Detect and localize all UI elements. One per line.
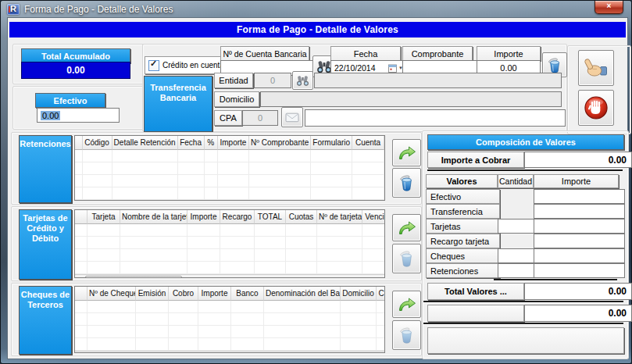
grid-cell[interactable] (286, 262, 317, 274)
grid-empty-row[interactable] (75, 338, 385, 351)
col-header[interactable]: Importe (187, 210, 220, 224)
grid-cell[interactable] (255, 249, 286, 262)
col-header[interactable]: Recargo (220, 210, 255, 224)
cheques-grid[interactable]: Nº de Cheque Emisión Cobro Importe Banco… (74, 286, 385, 353)
tarjetas-abrir-button[interactable] (392, 214, 421, 241)
cpa-mail-button[interactable] (281, 107, 303, 127)
grid-cell[interactable] (75, 249, 87, 262)
grid-cell[interactable] (178, 187, 205, 200)
grid-cell[interactable] (87, 326, 136, 338)
scroll-left-icon[interactable]: ◄ (76, 352, 84, 353)
col-header[interactable]: Formulario (311, 136, 352, 150)
grid-cell[interactable] (198, 313, 231, 326)
grid-empty-row[interactable] (75, 301, 385, 313)
grid-cell[interactable] (377, 313, 385, 326)
grid-cell[interactable] (87, 313, 136, 326)
col-header[interactable]: Detalle Retención (112, 136, 178, 150)
col-header[interactable]: TOTAL (255, 210, 286, 224)
valores-row-importe-input[interactable] (534, 189, 625, 204)
grid-cell[interactable] (83, 187, 112, 200)
grid-cell[interactable] (218, 187, 249, 200)
grid-cell[interactable] (187, 237, 220, 249)
grid-cell[interactable] (317, 249, 362, 262)
valores-row-label[interactable]: Cheques (426, 248, 500, 263)
horizontal-scrollbar[interactable]: ◄ ► (75, 274, 384, 278)
grid-cell[interactable] (75, 326, 87, 338)
grid-cell[interactable] (352, 175, 384, 187)
grid-cell[interactable] (231, 326, 264, 338)
grid-cell[interactable] (311, 175, 352, 187)
grid-cell[interactable] (75, 162, 83, 175)
grid-cell[interactable] (255, 237, 286, 249)
grid-cell[interactable] (87, 301, 136, 313)
col-header[interactable]: Nº de tarjeta (317, 210, 362, 224)
grid-cell[interactable] (178, 162, 205, 175)
col-header[interactable]: Tarjeta (87, 210, 120, 224)
valores-row-label[interactable]: Transferencia (426, 204, 500, 219)
grid-cell[interactable] (317, 262, 362, 274)
col-header[interactable]: Nº Comprobante (249, 136, 311, 150)
efectivo-input[interactable]: 0.00 (37, 108, 120, 123)
scroll-right-icon[interactable]: ► (375, 275, 384, 278)
grid-cell[interactable] (231, 301, 264, 313)
grid-cell[interactable] (286, 224, 317, 237)
col-header[interactable]: Fecha (178, 136, 205, 150)
grid-cell[interactable] (249, 162, 311, 175)
grid-cell[interactable] (255, 224, 286, 237)
valores-row-importe-input[interactable] (534, 263, 625, 278)
col-header[interactable]: Emisión (136, 287, 169, 301)
grid-cell[interactable] (218, 175, 249, 187)
col-header[interactable]: Cobro (169, 287, 198, 301)
grid-cell[interactable] (169, 338, 198, 351)
cpa-detalle-input[interactable] (305, 109, 566, 127)
date-picker-button[interactable]: ▼ (388, 64, 403, 73)
salir-button[interactable] (578, 90, 614, 126)
grid-cell[interactable] (83, 175, 112, 187)
grid-cell[interactable] (362, 262, 385, 274)
grid-cell[interactable] (136, 313, 169, 326)
col-header[interactable]: Código (83, 136, 112, 150)
grid-cell[interactable] (75, 301, 87, 313)
grid-cell[interactable] (220, 237, 255, 249)
tarjetas-grid[interactable]: Tarjeta Nombre de la tarjeta Importe Rec… (74, 209, 385, 278)
retenciones-grid[interactable]: Código Detalle Retención Fecha % Importe… (74, 135, 385, 201)
grid-cell[interactable] (75, 338, 87, 351)
col-header[interactable]: Domicilio (341, 287, 377, 301)
col-header[interactable]: C.Postal (377, 287, 385, 301)
grid-cell[interactable] (311, 187, 352, 200)
grid-empty-row[interactable] (75, 224, 385, 237)
grid-cell[interactable] (264, 301, 341, 313)
col-header[interactable]: Cuotas (286, 210, 317, 224)
grid-cell[interactable] (220, 224, 255, 237)
grid-cell[interactable] (75, 224, 87, 237)
grid-cell[interactable] (341, 326, 377, 338)
col-header[interactable]: Nº de Cheque (87, 287, 136, 301)
valores-row-importe-input[interactable] (534, 204, 625, 219)
grid-cell[interactable] (362, 237, 385, 249)
grid-cell[interactable] (264, 338, 341, 351)
tarjetas-borrar-button[interactable] (392, 244, 421, 273)
buscar-entidad-button[interactable] (292, 71, 313, 90)
grid-cell[interactable] (169, 326, 198, 338)
scroll-left-icon[interactable]: ◄ (76, 275, 84, 278)
grid-empty-row[interactable] (75, 187, 384, 200)
grid-cell[interactable] (377, 326, 385, 338)
grid-cell[interactable] (249, 150, 311, 162)
grid-cell[interactable] (112, 187, 178, 200)
grid-cell[interactable] (205, 175, 218, 187)
grid-cell[interactable] (136, 338, 169, 351)
horizontal-scrollbar[interactable]: ◄ ► (75, 351, 384, 353)
grid-cell[interactable] (75, 313, 87, 326)
grid-cell[interactable] (198, 301, 231, 313)
grid-cell[interactable] (87, 338, 136, 351)
grid-cell[interactable] (231, 338, 264, 351)
grid-cell[interactable] (377, 301, 385, 313)
retenciones-borrar-button[interactable] (392, 168, 421, 198)
cheques-abrir-button[interactable] (392, 291, 421, 318)
grid-empty-row[interactable] (75, 150, 384, 162)
cheques-borrar-button[interactable] (392, 320, 421, 350)
grid-cell[interactable] (112, 162, 178, 175)
grid-empty-row[interactable] (75, 237, 385, 249)
retenciones-abrir-button[interactable] (392, 139, 421, 166)
grid-cell[interactable] (120, 237, 187, 249)
